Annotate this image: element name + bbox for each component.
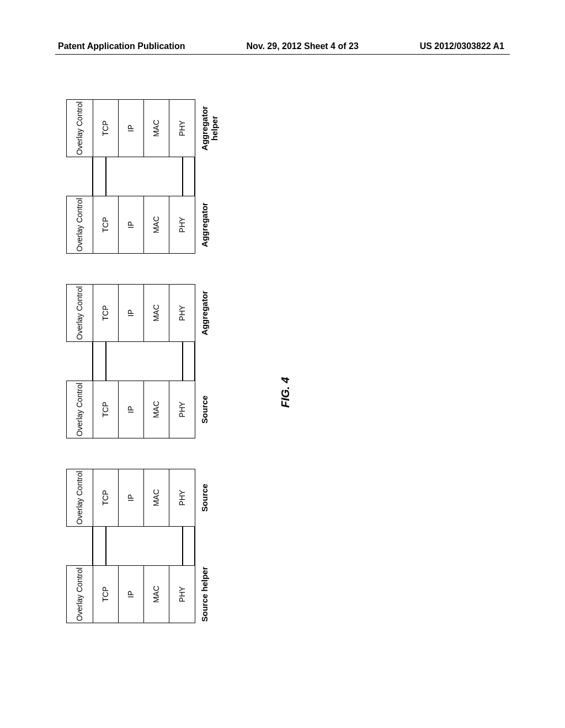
rotated-content: Overlay Control TCP IP MAC PHY Source he… xyxy=(66,99,486,623)
layer-tcp: TCP xyxy=(93,469,119,526)
figure-label: FIG. 4 xyxy=(279,377,292,408)
layer-ip: IP xyxy=(119,196,144,253)
stack-label-3: Aggregator xyxy=(200,291,210,335)
protocol-stack: Overlay Control TCP IP MAC PHY xyxy=(66,469,195,527)
layer-overlay: Overlay Control xyxy=(67,381,93,438)
layer-mac: MAC xyxy=(144,469,169,526)
connector-line xyxy=(92,342,93,381)
layer-ip: IP xyxy=(119,381,144,438)
stack-wrapper-0: Overlay Control TCP IP MAC PHY Source he… xyxy=(66,565,486,623)
layer-overlay: Overlay Control xyxy=(67,100,93,157)
connector-line xyxy=(194,342,195,381)
protocol-stack: Overlay Control TCP IP MAC PHY xyxy=(66,196,195,254)
layer-phy: PHY xyxy=(169,469,195,526)
pair-1: Overlay Control TCP IP MAC PHY Source he… xyxy=(66,469,486,623)
stack-label-1: Source xyxy=(200,484,210,512)
layer-mac: MAC xyxy=(144,381,169,438)
header-divider xyxy=(55,54,510,55)
connector-line xyxy=(92,527,93,565)
layer-phy: PHY xyxy=(169,100,195,157)
layer-tcp: TCP xyxy=(93,566,119,623)
connector-line xyxy=(182,342,183,381)
layer-overlay: Overlay Control xyxy=(67,196,93,253)
connector-line xyxy=(105,527,106,565)
stack-label-4: Aggregator xyxy=(200,202,210,247)
connector-gap xyxy=(66,527,486,565)
connector-line xyxy=(194,157,195,196)
layer-overlay: Overlay Control xyxy=(67,285,93,341)
header-center: Nov. 29, 2012 Sheet 4 of 23 xyxy=(246,41,358,51)
pair-2: Overlay Control TCP IP MAC PHY Source xyxy=(66,284,486,438)
connector-line xyxy=(182,157,183,196)
layer-mac: MAC xyxy=(144,196,169,253)
connector-line xyxy=(92,157,93,196)
header: Patent Application Publication Nov. 29, … xyxy=(0,41,565,51)
pairs-row: Overlay Control TCP IP MAC PHY Source he… xyxy=(66,99,486,623)
layer-phy: PHY xyxy=(169,196,195,253)
stack-wrapper-4: Overlay Control TCP IP MAC PHY Aggregato… xyxy=(66,196,486,254)
layer-mac: MAC xyxy=(144,100,169,157)
protocol-stack: Overlay Control TCP IP MAC PHY xyxy=(66,284,195,342)
connector-line xyxy=(105,157,106,196)
header-right: US 2012/0303822 A1 xyxy=(420,41,504,51)
protocol-stack: Overlay Control TCP IP MAC PHY xyxy=(66,99,195,157)
protocol-stack: Overlay Control TCP IP MAC PHY xyxy=(66,565,195,623)
layer-phy: PHY xyxy=(169,381,195,438)
connector-line xyxy=(105,342,106,381)
layer-ip: IP xyxy=(119,469,144,526)
layer-tcp: TCP xyxy=(93,285,119,341)
layer-overlay: Overlay Control xyxy=(67,469,93,526)
layer-mac: MAC xyxy=(144,285,169,341)
connector-line xyxy=(182,527,183,565)
stack-wrapper-5: Overlay Control TCP IP MAC PHY Aggregato… xyxy=(66,99,486,157)
layer-phy: PHY xyxy=(169,566,195,623)
layer-overlay: Overlay Control xyxy=(67,566,93,623)
stack-label-2: Source xyxy=(200,395,210,424)
layer-mac: MAC xyxy=(144,566,169,623)
stack-wrapper-2: Overlay Control TCP IP MAC PHY Source xyxy=(66,381,486,438)
layer-tcp: TCP xyxy=(93,196,119,253)
layer-phy: PHY xyxy=(169,285,195,341)
stack-label-5: Aggregator helper xyxy=(200,99,220,157)
header-left: Patent Application Publication xyxy=(58,41,185,51)
layer-ip: IP xyxy=(119,285,144,341)
stack-label-0: Source helper xyxy=(200,566,210,622)
connector-gap xyxy=(66,342,486,381)
layer-tcp: TCP xyxy=(93,381,119,438)
layer-tcp: TCP xyxy=(93,100,119,157)
connector-gap xyxy=(66,157,486,196)
protocol-stack: Overlay Control TCP IP MAC PHY xyxy=(66,381,195,438)
stack-wrapper-1: Overlay Control TCP IP MAC PHY Source xyxy=(66,469,486,527)
layer-ip: IP xyxy=(119,566,144,623)
layer-ip: IP xyxy=(119,100,144,157)
pair-3: Overlay Control TCP IP MAC PHY Aggregato… xyxy=(66,99,486,254)
stack-wrapper-3: Overlay Control TCP IP MAC PHY Aggregato… xyxy=(66,284,486,342)
connector-line xyxy=(194,527,195,565)
diagram-container: Overlay Control TCP IP MAC PHY Source he… xyxy=(66,99,486,623)
